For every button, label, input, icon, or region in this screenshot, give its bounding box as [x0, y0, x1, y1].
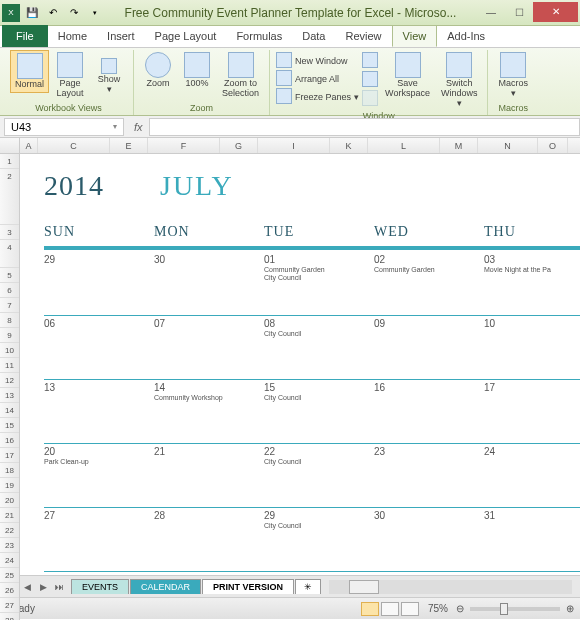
calendar-day[interactable]: 31 [484, 508, 580, 571]
calendar-day[interactable]: 03Movie Night at the Pa [484, 252, 580, 315]
zoom-selection-button[interactable]: Zoom to Selection [218, 50, 263, 101]
calendar-day[interactable]: 14Community Workshop [154, 380, 264, 443]
hide-icon[interactable] [362, 71, 378, 87]
row-header[interactable]: 21 [0, 508, 19, 523]
new-sheet-button[interactable]: ✳ [295, 579, 321, 594]
tab-page-layout[interactable]: Page Layout [145, 25, 227, 47]
select-all-corner[interactable] [0, 138, 20, 153]
col-header[interactable]: E [110, 138, 148, 153]
row-header[interactable]: 20 [0, 493, 19, 508]
calendar-day[interactable]: 27 [44, 508, 154, 571]
new-window-button[interactable]: New Window [276, 52, 359, 69]
redo-icon[interactable]: ↷ [65, 4, 83, 22]
save-icon[interactable]: 💾 [23, 4, 41, 22]
macros-button[interactable]: Macros▾ [494, 50, 532, 101]
col-header[interactable]: G [220, 138, 258, 153]
row-header[interactable]: 5 [0, 268, 19, 283]
unhide-icon[interactable] [362, 90, 378, 106]
row-header[interactable]: 18 [0, 463, 19, 478]
page-break-view-icon[interactable] [401, 602, 419, 616]
row-header[interactable]: 23 [0, 538, 19, 553]
close-button[interactable]: ✕ [533, 2, 578, 22]
freeze-panes-button[interactable]: Freeze Panes ▾ [276, 88, 359, 105]
row-header[interactable]: 13 [0, 388, 19, 403]
row-header[interactable]: 1 [0, 154, 19, 169]
row-header[interactable]: 6 [0, 283, 19, 298]
row-header[interactable]: 28 [0, 613, 19, 620]
tab-review[interactable]: Review [335, 25, 391, 47]
page-layout-button[interactable]: Page Layout [52, 50, 88, 101]
col-header[interactable]: A [20, 138, 38, 153]
row-header[interactable]: 7 [0, 298, 19, 313]
row-header[interactable]: 14 [0, 403, 19, 418]
calendar-day[interactable]: 23 [374, 444, 484, 507]
save-workspace-button[interactable]: Save Workspace [381, 50, 434, 101]
zoom-out-button[interactable]: ⊖ [456, 603, 464, 614]
row-header[interactable]: 25 [0, 568, 19, 583]
excel-icon[interactable]: X [2, 4, 20, 22]
zoom-in-button[interactable]: ⊕ [566, 603, 574, 614]
calendar-day[interactable]: 17 [484, 380, 580, 443]
row-header[interactable]: 24 [0, 553, 19, 568]
prev-sheet-button[interactable]: ◀ [20, 582, 34, 592]
calendar-day[interactable]: 29 [44, 252, 154, 315]
calendar-day[interactable]: 02Community Garden [374, 252, 484, 315]
sheet-tab-events[interactable]: EVENTS [71, 579, 129, 594]
calendar-day[interactable]: 10 [484, 316, 580, 379]
row-header[interactable]: 8 [0, 313, 19, 328]
tab-insert[interactable]: Insert [97, 25, 145, 47]
col-header[interactable]: M [440, 138, 478, 153]
tab-view[interactable]: View [392, 25, 438, 47]
calendar-day[interactable]: 21 [154, 444, 264, 507]
row-header[interactable]: 27 [0, 598, 19, 613]
sheet-content[interactable]: 2014 JULY SUN MON TUE WED THU 293001Comm… [20, 154, 580, 575]
calendar-day[interactable]: 22City Council [264, 444, 374, 507]
col-header[interactable]: I [258, 138, 330, 153]
row-header[interactable]: 19 [0, 478, 19, 493]
maximize-button[interactable]: ☐ [505, 4, 533, 22]
calendar-day[interactable]: 29City Council [264, 508, 374, 571]
row-header[interactable]: 15 [0, 418, 19, 433]
tab-data[interactable]: Data [292, 25, 335, 47]
calendar-day[interactable]: 28 [154, 508, 264, 571]
calendar-day[interactable]: 01Community GardenCity Council [264, 252, 374, 315]
row-header[interactable]: 3 [0, 225, 19, 240]
page-layout-view-icon[interactable] [381, 602, 399, 616]
undo-icon[interactable]: ↶ [44, 4, 62, 22]
show-button[interactable]: Show▾ [91, 50, 127, 97]
row-header[interactable]: 10 [0, 343, 19, 358]
split-icon[interactable] [362, 52, 378, 68]
row-header[interactable]: 4 [0, 240, 19, 268]
next-sheet-button[interactable]: ▶ [36, 582, 50, 592]
qat-dropdown-icon[interactable]: ▾ [86, 4, 104, 22]
calendar-day[interactable]: 13 [44, 380, 154, 443]
tab-addins[interactable]: Add-Ins [437, 25, 495, 47]
zoom-thumb[interactable] [500, 603, 508, 615]
tab-formulas[interactable]: Formulas [226, 25, 292, 47]
col-header[interactable]: K [330, 138, 368, 153]
col-header[interactable]: O [538, 138, 568, 153]
sheet-tab-calendar[interactable]: CALENDAR [130, 579, 201, 594]
arrange-all-button[interactable]: Arrange All [276, 70, 359, 87]
normal-view-icon[interactable] [361, 602, 379, 616]
row-header[interactable]: 12 [0, 373, 19, 388]
row-header[interactable]: 2 [0, 169, 19, 225]
row-header[interactable]: 11 [0, 358, 19, 373]
calendar-day[interactable]: 30 [154, 252, 264, 315]
zoom-button[interactable]: Zoom [140, 50, 176, 91]
zoom-level[interactable]: 75% [428, 603, 448, 614]
zoom-100-button[interactable]: 100% [179, 50, 215, 91]
row-header[interactable]: 22 [0, 523, 19, 538]
calendar-day[interactable]: 08City Council [264, 316, 374, 379]
calendar-day[interactable]: 20Park Clean-up [44, 444, 154, 507]
row-header[interactable]: 16 [0, 433, 19, 448]
calendar-day[interactable]: 16 [374, 380, 484, 443]
calendar-day[interactable]: 30 [374, 508, 484, 571]
minimize-button[interactable]: — [477, 4, 505, 22]
col-header[interactable]: N [478, 138, 538, 153]
fx-icon[interactable]: fx [128, 121, 149, 133]
sheet-tab-print[interactable]: PRINT VERSION [202, 579, 294, 594]
tab-home[interactable]: Home [48, 25, 97, 47]
calendar-day[interactable]: 06 [44, 316, 154, 379]
calendar-day[interactable]: 09 [374, 316, 484, 379]
